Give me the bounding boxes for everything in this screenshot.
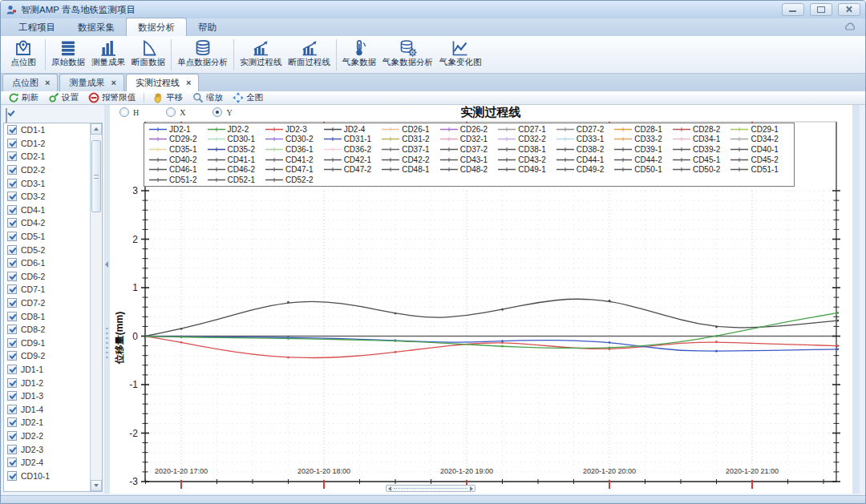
point-checkbox[interactable]	[7, 165, 17, 175]
menu-item-1[interactable]: 工程项目	[7, 18, 67, 36]
radio-icon[interactable]	[166, 107, 176, 117]
point-list-item[interactable]: JD2-2	[4, 429, 102, 443]
point-checkbox[interactable]	[7, 125, 17, 135]
tab-close-icon[interactable]: ×	[186, 79, 191, 87]
radio-icon[interactable]	[212, 107, 222, 117]
point-checkbox[interactable]	[7, 365, 17, 374]
tab-2[interactable]: 测量成果×	[59, 74, 123, 91]
tab-3[interactable]: 实测过程线×	[126, 74, 199, 91]
point-list-item[interactable]: CD2-2	[4, 163, 102, 177]
point-checkbox[interactable]	[7, 325, 17, 334]
point-checkbox[interactable]	[7, 298, 17, 308]
menu-item-2[interactable]: 数据采集	[67, 18, 126, 36]
point-checkbox[interactable]	[7, 378, 17, 388]
point-checkbox[interactable]	[7, 151, 17, 161]
point-list-item[interactable]: CD7-1	[4, 283, 102, 296]
chart-h-scrollbar[interactable]	[386, 485, 475, 492]
radio-option-h[interactable]: H	[119, 107, 139, 117]
ribbon-button-trend[interactable]: 实测过程线	[237, 38, 285, 72]
tab-1[interactable]: 点位图×	[2, 74, 58, 91]
radio-option-y[interactable]: Y	[212, 107, 232, 117]
point-checkbox[interactable]	[7, 245, 17, 255]
toolbar-button-settings[interactable]: 设置	[44, 92, 83, 104]
scroll-left-icon[interactable]	[388, 486, 391, 491]
point-list-item[interactable]: CD1-2	[4, 137, 102, 151]
point-checkbox[interactable]	[7, 139, 17, 148]
point-list-item[interactable]: CD9-2	[4, 349, 102, 363]
point-checkbox[interactable]	[7, 258, 17, 268]
point-list-item[interactable]: CD6-1	[4, 256, 102, 270]
menu-item-3[interactable]: 数据分析	[126, 18, 187, 36]
point-list-item[interactable]: CD5-1	[4, 230, 102, 244]
point-list-item[interactable]: CD3-1	[4, 176, 102, 190]
ribbon-button-database[interactable]: 单点数据分析	[174, 38, 231, 72]
minimize-button[interactable]	[782, 3, 804, 16]
toolbar-button-alarm-limit[interactable]: 报警限值	[84, 92, 140, 104]
ribbon-button-database-gear[interactable]: 气象数据分析	[379, 38, 436, 72]
point-list-item[interactable]: CD10-1	[4, 469, 102, 482]
toolbar-button-zoom[interactable]: 缩放	[188, 92, 227, 104]
point-checkbox[interactable]	[7, 218, 17, 228]
point-list-item[interactable]: JD2-4	[4, 456, 102, 470]
scroll-down-button[interactable]	[91, 480, 102, 491]
close-button[interactable]	[838, 3, 860, 16]
point-list-item[interactable]: JD1-1	[4, 363, 102, 377]
point-checkbox[interactable]	[7, 205, 17, 215]
point-checkbox[interactable]	[7, 351, 17, 361]
radio-option-x[interactable]: X	[166, 107, 185, 117]
select-all-checkbox[interactable]	[6, 108, 7, 123]
menu-item-4[interactable]: 帮助	[187, 18, 228, 36]
point-checkbox[interactable]	[7, 232, 17, 241]
point-checkbox[interactable]	[7, 391, 17, 401]
point-checkbox[interactable]	[7, 417, 17, 427]
ribbon-collapse-icon[interactable]	[844, 22, 856, 30]
tab-close-icon[interactable]: ×	[45, 79, 50, 87]
scrollbar-thumb[interactable]	[91, 140, 101, 212]
point-checkbox[interactable]	[7, 312, 17, 321]
maximize-button[interactable]	[810, 3, 832, 16]
point-list-item[interactable]: CD4-1	[4, 204, 102, 217]
ribbon-button-list[interactable]: 原始数据	[48, 38, 88, 72]
point-list-item[interactable]: JD1-3	[4, 389, 102, 403]
point-checkbox[interactable]	[7, 405, 17, 414]
point-checkbox[interactable]	[7, 338, 17, 348]
point-list-item[interactable]: CD8-1	[4, 309, 102, 323]
point-list-item[interactable]: CD8-2	[4, 323, 102, 337]
toolbar-button-refresh[interactable]: 刷新	[4, 92, 42, 104]
point-list-item[interactable]: JD2-3	[4, 442, 102, 456]
point-checkbox[interactable]	[7, 458, 17, 467]
point-list-item[interactable]: JD1-4	[4, 402, 102, 416]
point-checkbox[interactable]	[7, 272, 17, 281]
point-list-item[interactable]: CD7-2	[4, 296, 102, 310]
ribbon-button-section[interactable]: 断面数据	[128, 38, 168, 72]
point-checkbox[interactable]	[7, 192, 17, 201]
point-list-scrollbar[interactable]	[90, 123, 102, 491]
ribbon-button-bar-chart[interactable]: 测量成果	[88, 38, 128, 72]
point-list-item[interactable]: CD9-1	[4, 337, 102, 350]
ribbon-button-trend[interactable]: 断面过程线	[285, 38, 334, 72]
point-list-item[interactable]: CD1-1	[4, 123, 102, 137]
ribbon-button-polyline[interactable]: 气象变化图	[436, 38, 485, 72]
ribbon-button-thermometer[interactable]: 气象数据	[339, 38, 379, 72]
scroll-up-button[interactable]	[91, 123, 102, 135]
point-checkbox[interactable]	[7, 284, 17, 294]
radio-icon[interactable]	[119, 107, 129, 117]
point-checkbox[interactable]	[7, 445, 17, 454]
point-list-item[interactable]: JD2-1	[4, 416, 102, 429]
point-checkbox[interactable]	[7, 179, 17, 188]
tab-close-icon[interactable]: ×	[111, 79, 115, 87]
ribbon-button-map-pin[interactable]: 点位图	[4, 38, 42, 72]
toolbar-button-pan-hand[interactable]: 平移	[148, 92, 187, 104]
pane-splitter[interactable]	[104, 105, 110, 494]
point-list-item[interactable]: CD6-2	[4, 270, 102, 284]
point-checkbox[interactable]	[7, 471, 17, 481]
point-list-item[interactable]: CD2-1	[4, 150, 102, 163]
point-list-item[interactable]: CD5-2	[4, 243, 102, 256]
point-list-item[interactable]: CD3-2	[4, 190, 102, 204]
point-list-item[interactable]: CD4-2	[4, 216, 102, 230]
toolbar-button-full-view[interactable]: 全图	[229, 92, 267, 104]
scroll-right-icon[interactable]	[470, 486, 473, 491]
point-list-item[interactable]: JD1-2	[4, 376, 102, 389]
series-marker	[287, 357, 289, 359]
point-checkbox[interactable]	[7, 431, 17, 441]
